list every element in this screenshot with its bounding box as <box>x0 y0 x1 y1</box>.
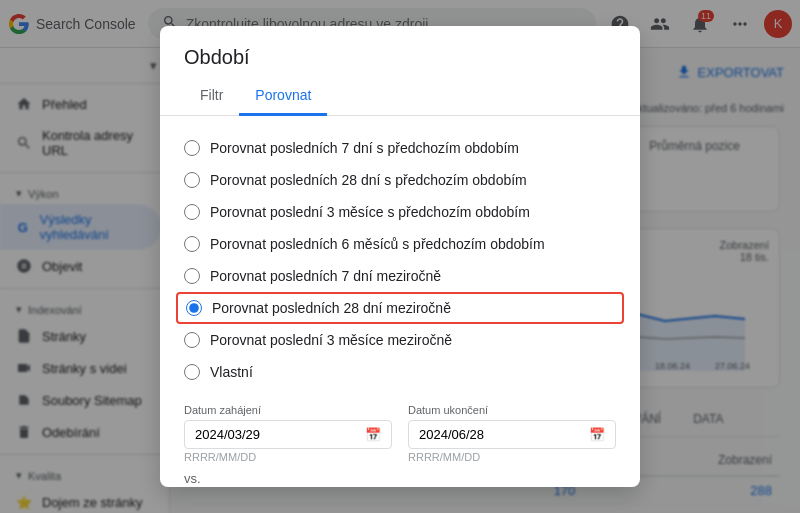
radio-8[interactable] <box>184 364 200 380</box>
radio-label-8: Vlastní <box>210 364 253 380</box>
radio-option-6[interactable]: Porovnat posledních 28 dní meziročně <box>176 292 624 324</box>
period-dialog: Období Filtr Porovnat Porovnat posledníc… <box>160 26 640 488</box>
end-date-wrapper[interactable]: 📅 <box>408 420 616 449</box>
radio-5[interactable] <box>184 268 200 284</box>
radio-option-7[interactable]: Porovnat poslední 3 měsíce meziročně <box>184 324 616 356</box>
radio-option-2[interactable]: Porovnat posledních 28 dní s předchozím … <box>184 164 616 196</box>
radio-label-4: Porovnat posledních 6 měsíců s předchozí… <box>210 236 545 252</box>
radio-option-8[interactable]: Vlastní <box>184 356 616 388</box>
calendar-icon-1[interactable]: 📅 <box>365 427 381 442</box>
dialog-tabs: Filtr Porovnat <box>160 77 640 116</box>
start-date-input[interactable] <box>195 427 357 442</box>
dialog-body: Porovnat posledních 7 dní s předchozím o… <box>160 116 640 488</box>
date-input-start: Datum zahájení 📅 RRRR/MM/DD <box>184 404 392 463</box>
radio-label-6: Porovnat posledních 28 dní meziročně <box>212 300 451 316</box>
end-date-format: RRRR/MM/DD <box>408 451 616 463</box>
radio-option-1[interactable]: Porovnat posledních 7 dní s předchozím o… <box>184 132 616 164</box>
radio-3[interactable] <box>184 204 200 220</box>
start-date-format: RRRR/MM/DD <box>184 451 392 463</box>
dialog-tab-filtr[interactable]: Filtr <box>184 77 239 116</box>
radio-2[interactable] <box>184 172 200 188</box>
date-input-end: Datum ukončení 📅 RRRR/MM/DD <box>408 404 616 463</box>
radio-option-4[interactable]: Porovnat posledních 6 měsíců s předchozí… <box>184 228 616 260</box>
radio-label-3: Porovnat poslední 3 měsíce s předchozím … <box>210 204 530 220</box>
vs-label: vs. <box>184 471 616 486</box>
date-inputs-1: Datum zahájení 📅 RRRR/MM/DD Datum ukonče… <box>184 404 616 463</box>
dialog-overlay: Období Filtr Porovnat Porovnat posledníc… <box>0 0 800 513</box>
radio-label-7: Porovnat poslední 3 měsíce meziročně <box>210 332 452 348</box>
radio-4[interactable] <box>184 236 200 252</box>
dialog-tab-porovnat[interactable]: Porovnat <box>239 77 327 116</box>
radio-label-2: Porovnat posledních 28 dní s předchozím … <box>210 172 527 188</box>
radio-1[interactable] <box>184 140 200 156</box>
radio-6[interactable] <box>186 300 202 316</box>
radio-label-1: Porovnat posledních 7 dní s předchozím o… <box>210 140 519 156</box>
start-date-label: Datum zahájení <box>184 404 392 416</box>
dialog-title: Období <box>160 26 640 69</box>
calendar-icon-2[interactable]: 📅 <box>589 427 605 442</box>
radio-option-5[interactable]: Porovnat posledních 7 dní meziročně <box>184 260 616 292</box>
radio-label-5: Porovnat posledních 7 dní meziročně <box>210 268 441 284</box>
date-row-1: Datum zahájení 📅 RRRR/MM/DD Datum ukonče… <box>184 404 616 463</box>
start-date-wrapper[interactable]: 📅 <box>184 420 392 449</box>
end-date-input[interactable] <box>419 427 581 442</box>
radio-7[interactable] <box>184 332 200 348</box>
radio-option-3[interactable]: Porovnat poslední 3 měsíce s předchozím … <box>184 196 616 228</box>
end-date-label: Datum ukončení <box>408 404 616 416</box>
